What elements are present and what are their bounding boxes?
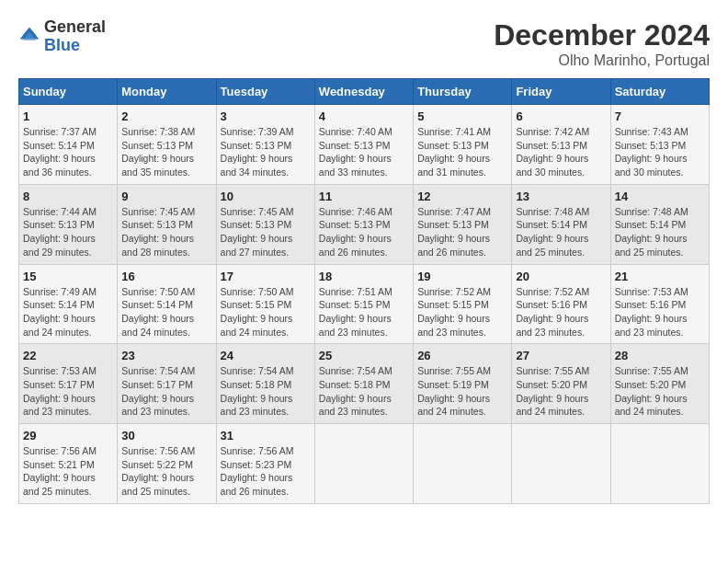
day-info: Sunrise: 7:56 AMSunset: 5:23 PMDaylight:… xyxy=(221,445,294,497)
day-number: 9 xyxy=(121,190,211,203)
day-number: 17 xyxy=(221,270,311,283)
col-header-friday: Friday xyxy=(512,79,610,105)
title-area: December 2024 Olho Marinho, Portugal xyxy=(494,18,710,69)
week-row-3: 22Sunrise: 7:53 AMSunset: 5:17 PMDayligh… xyxy=(19,344,710,424)
logo-blue: Blue xyxy=(44,37,106,55)
day-info: Sunrise: 7:50 AMSunset: 5:14 PMDaylight:… xyxy=(121,286,195,338)
day-number: 15 xyxy=(23,270,113,283)
day-info: Sunrise: 7:56 AMSunset: 5:22 PMDaylight:… xyxy=(121,445,195,497)
day-info: Sunrise: 7:51 AMSunset: 5:15 PMDaylight:… xyxy=(319,286,392,338)
day-info: Sunrise: 7:45 AMSunset: 5:13 PMDaylight:… xyxy=(221,206,294,258)
day-number: 23 xyxy=(121,349,211,362)
table-row: 30Sunrise: 7:56 AMSunset: 5:22 PMDayligh… xyxy=(118,424,216,504)
table-row xyxy=(414,424,512,504)
table-row: 15Sunrise: 7:49 AMSunset: 5:14 PMDayligh… xyxy=(19,264,118,344)
day-info: Sunrise: 7:53 AMSunset: 5:16 PMDaylight:… xyxy=(615,286,688,338)
table-row xyxy=(314,424,413,504)
day-info: Sunrise: 7:40 AMSunset: 5:13 PMDaylight:… xyxy=(319,126,392,178)
day-number: 1 xyxy=(23,109,113,123)
day-info: Sunrise: 7:52 AMSunset: 5:15 PMDaylight:… xyxy=(417,286,491,338)
day-info: Sunrise: 7:42 AMSunset: 5:13 PMDaylight:… xyxy=(516,126,589,178)
day-info: Sunrise: 7:55 AMSunset: 5:20 PMDaylight:… xyxy=(615,365,688,417)
table-row: 6Sunrise: 7:42 AMSunset: 5:13 PMDaylight… xyxy=(512,105,610,185)
table-row: 7Sunrise: 7:43 AMSunset: 5:13 PMDaylight… xyxy=(610,105,709,185)
table-row: 11Sunrise: 7:46 AMSunset: 5:13 PMDayligh… xyxy=(314,184,413,264)
day-info: Sunrise: 7:55 AMSunset: 5:19 PMDaylight:… xyxy=(417,365,491,417)
table-row: 31Sunrise: 7:56 AMSunset: 5:23 PMDayligh… xyxy=(216,424,314,504)
col-header-tuesday: Tuesday xyxy=(216,79,314,105)
table-row: 17Sunrise: 7:50 AMSunset: 5:15 PMDayligh… xyxy=(216,264,314,344)
day-info: Sunrise: 7:44 AMSunset: 5:13 PMDaylight:… xyxy=(23,206,97,258)
table-row: 21Sunrise: 7:53 AMSunset: 5:16 PMDayligh… xyxy=(610,264,709,344)
day-info: Sunrise: 7:43 AMSunset: 5:13 PMDaylight:… xyxy=(615,126,688,178)
day-info: Sunrise: 7:47 AMSunset: 5:13 PMDaylight:… xyxy=(417,206,491,258)
col-header-saturday: Saturday xyxy=(610,79,709,105)
day-info: Sunrise: 7:56 AMSunset: 5:21 PMDaylight:… xyxy=(23,445,97,497)
day-number: 22 xyxy=(23,349,113,362)
calendar-header-row: SundayMondayTuesdayWednesdayThursdayFrid… xyxy=(19,79,710,105)
day-info: Sunrise: 7:46 AMSunset: 5:13 PMDaylight:… xyxy=(319,206,392,258)
day-info: Sunrise: 7:48 AMSunset: 5:14 PMDaylight:… xyxy=(516,206,589,258)
day-number: 29 xyxy=(23,429,113,442)
day-number: 14 xyxy=(615,190,705,203)
table-row: 3Sunrise: 7:39 AMSunset: 5:13 PMDaylight… xyxy=(216,105,314,185)
day-info: Sunrise: 7:53 AMSunset: 5:17 PMDaylight:… xyxy=(23,365,97,417)
day-number: 20 xyxy=(516,270,606,283)
day-number: 31 xyxy=(221,429,311,442)
table-row: 5Sunrise: 7:41 AMSunset: 5:13 PMDaylight… xyxy=(414,105,512,185)
day-info: Sunrise: 7:37 AMSunset: 5:14 PMDaylight:… xyxy=(23,126,97,178)
day-number: 26 xyxy=(417,349,507,362)
table-row: 19Sunrise: 7:52 AMSunset: 5:15 PMDayligh… xyxy=(414,264,512,344)
week-row-2: 15Sunrise: 7:49 AMSunset: 5:14 PMDayligh… xyxy=(19,264,710,344)
day-number: 6 xyxy=(516,109,606,123)
table-row: 29Sunrise: 7:56 AMSunset: 5:21 PMDayligh… xyxy=(19,424,118,504)
day-info: Sunrise: 7:39 AMSunset: 5:13 PMDaylight:… xyxy=(221,126,294,178)
day-number: 16 xyxy=(121,270,211,283)
table-row: 14Sunrise: 7:48 AMSunset: 5:14 PMDayligh… xyxy=(610,184,709,264)
day-number: 10 xyxy=(221,190,311,203)
table-row: 28Sunrise: 7:55 AMSunset: 5:20 PMDayligh… xyxy=(610,344,709,424)
day-number: 24 xyxy=(221,349,311,362)
day-number: 4 xyxy=(319,109,409,123)
day-number: 2 xyxy=(121,109,211,123)
day-number: 21 xyxy=(615,270,705,283)
day-number: 30 xyxy=(121,429,211,442)
table-row: 4Sunrise: 7:40 AMSunset: 5:13 PMDaylight… xyxy=(314,105,413,185)
table-row: 26Sunrise: 7:55 AMSunset: 5:19 PMDayligh… xyxy=(414,344,512,424)
day-number: 27 xyxy=(516,349,606,362)
table-row: 24Sunrise: 7:54 AMSunset: 5:18 PMDayligh… xyxy=(216,344,314,424)
day-number: 3 xyxy=(221,109,311,123)
col-header-monday: Monday xyxy=(118,79,216,105)
table-row: 18Sunrise: 7:51 AMSunset: 5:15 PMDayligh… xyxy=(314,264,413,344)
table-row: 8Sunrise: 7:44 AMSunset: 5:13 PMDaylight… xyxy=(19,184,118,264)
day-info: Sunrise: 7:52 AMSunset: 5:16 PMDaylight:… xyxy=(516,286,589,338)
col-header-thursday: Thursday xyxy=(414,79,512,105)
table-row: 25Sunrise: 7:54 AMSunset: 5:18 PMDayligh… xyxy=(314,344,413,424)
day-info: Sunrise: 7:41 AMSunset: 5:13 PMDaylight:… xyxy=(417,126,491,178)
week-row-0: 1Sunrise: 7:37 AMSunset: 5:14 PMDaylight… xyxy=(19,105,710,185)
day-info: Sunrise: 7:54 AMSunset: 5:18 PMDaylight:… xyxy=(319,365,392,417)
day-info: Sunrise: 7:55 AMSunset: 5:20 PMDaylight:… xyxy=(516,365,589,417)
calendar-subtitle: Olho Marinho, Portugal xyxy=(494,52,710,69)
header: General Blue December 2024 Olho Marinho,… xyxy=(18,18,710,69)
day-info: Sunrise: 7:50 AMSunset: 5:15 PMDaylight:… xyxy=(221,286,294,338)
logo-icon xyxy=(18,26,40,48)
day-info: Sunrise: 7:54 AMSunset: 5:18 PMDaylight:… xyxy=(221,365,294,417)
table-row: 22Sunrise: 7:53 AMSunset: 5:17 PMDayligh… xyxy=(19,344,118,424)
table-row: 9Sunrise: 7:45 AMSunset: 5:13 PMDaylight… xyxy=(118,184,216,264)
day-number: 12 xyxy=(417,190,507,203)
table-row: 13Sunrise: 7:48 AMSunset: 5:14 PMDayligh… xyxy=(512,184,610,264)
table-row: 27Sunrise: 7:55 AMSunset: 5:20 PMDayligh… xyxy=(512,344,610,424)
table-row: 1Sunrise: 7:37 AMSunset: 5:14 PMDaylight… xyxy=(19,105,118,185)
table-row: 12Sunrise: 7:47 AMSunset: 5:13 PMDayligh… xyxy=(414,184,512,264)
table-row: 10Sunrise: 7:45 AMSunset: 5:13 PMDayligh… xyxy=(216,184,314,264)
logo: General Blue xyxy=(18,18,106,55)
day-number: 13 xyxy=(516,190,606,203)
day-number: 8 xyxy=(23,190,113,203)
day-info: Sunrise: 7:49 AMSunset: 5:14 PMDaylight:… xyxy=(23,286,97,338)
day-info: Sunrise: 7:54 AMSunset: 5:17 PMDaylight:… xyxy=(121,365,195,417)
day-number: 11 xyxy=(319,190,409,203)
logo-general: General xyxy=(44,18,106,37)
logo-text: General Blue xyxy=(44,18,106,55)
calendar-table: SundayMondayTuesdayWednesdayThursdayFrid… xyxy=(18,78,710,504)
